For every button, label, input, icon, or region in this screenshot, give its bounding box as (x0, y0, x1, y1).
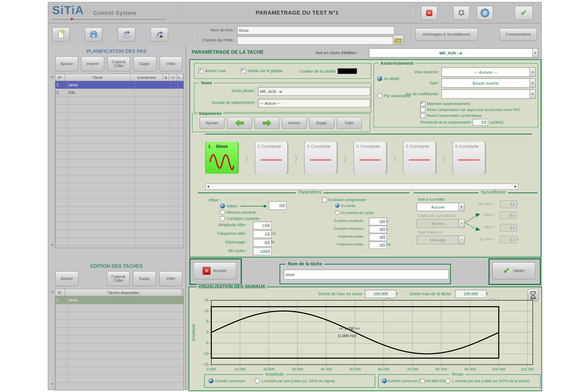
table-row[interactable] (55, 382, 184, 390)
spinner-arrows-icon[interactable]: ▲▼ (266, 241, 270, 244)
table-row[interactable] (55, 359, 184, 367)
offset-mesure-radio[interactable] (220, 210, 225, 215)
sequence-card-constante[interactable]: 0Constante (354, 142, 386, 174)
couleur-courbe-swatch[interactable] (338, 68, 357, 74)
help-button[interactable]: ? (477, 6, 493, 20)
column-header[interactable]: x... (177, 74, 184, 81)
spinner-arrows-icon[interactable]: ▲▼ (512, 202, 516, 206)
save-test-button[interactable] (85, 28, 102, 42)
offset-consigne-radio[interactable] (220, 216, 225, 221)
spinner-arrows-icon[interactable]: ▲▼ (382, 227, 386, 231)
amp-echelle-par-axe-radio[interactable] (255, 378, 260, 384)
spinner-arrows-icon[interactable]: ▲▼ (512, 238, 516, 242)
column-header[interactable]: N° (55, 289, 65, 296)
surv-field-1-field[interactable]: 0▲▼ (500, 211, 517, 219)
table-row[interactable] (55, 222, 184, 230)
seq-next-button[interactable] (254, 117, 280, 129)
evo-field-1-field[interactable]: 0▲▼ (369, 226, 387, 233)
reset-1er-appel-checkbox[interactable] (420, 107, 425, 112)
param-field-2-field[interactable]: 0▲▼ (253, 239, 272, 246)
plan-button-1[interactable]: Insérer (81, 56, 104, 71)
table-row[interactable] (55, 128, 184, 136)
en-nb-cycles-radio[interactable] (335, 210, 340, 215)
table-row[interactable] (55, 191, 184, 199)
spinner-arrows-icon[interactable]: ▲▼ (382, 220, 386, 224)
voie-surveiller-dropdown[interactable]: Aucune ▼ (417, 203, 464, 211)
table-row[interactable] (55, 367, 184, 375)
visible-graphe-checkbox[interactable] (241, 68, 246, 73)
table-row[interactable] (55, 336, 184, 344)
table-row[interactable] (55, 320, 184, 328)
evolution-progressive-checkbox[interactable] (322, 197, 327, 202)
table-row[interactable] (55, 105, 184, 112)
spinner-arrows-icon[interactable]: ▲▼ (382, 235, 386, 239)
new-test-button[interactable] (52, 28, 70, 42)
annuler-button[interactable]: ✕ Annuler (193, 262, 236, 280)
spinner-arrows-icon[interactable]: ▲▼ (266, 232, 270, 236)
table-row[interactable] (55, 312, 184, 320)
seq-prev-button[interactable] (227, 117, 252, 129)
sequence-card-constante[interactable]: 0Constante (304, 142, 337, 174)
nom-test-input[interactable]: Sinus (237, 26, 394, 34)
surv-field-0-field[interactable]: 0▲▼ (500, 200, 517, 208)
nom-tache-input[interactable]: sinus (284, 269, 449, 280)
groupe-rattachement-input[interactable]: --- Aucun --- (258, 99, 370, 108)
sequence-card-constante[interactable]: 0Constante (255, 142, 288, 174)
archivages-button[interactable]: Archivages & Surveillances (415, 28, 478, 41)
column-header[interactable]: N° (55, 74, 65, 81)
alarm-button[interactable] (453, 6, 470, 20)
valider-button[interactable]: ✔ Valider (492, 262, 536, 280)
param-field-1-field[interactable]: 1▲▼ (253, 230, 272, 238)
sequence-card-sinus[interactable]: 1Sinus (206, 142, 238, 174)
axe-edition-dropdown[interactable]: MR_AO8 : w ▼ (369, 48, 538, 58)
maintien-checkbox[interactable] (420, 101, 425, 106)
table-row[interactable] (55, 120, 184, 128)
sequence-card-constante[interactable]: 0Constante (452, 142, 485, 174)
plan-button-4[interactable]: Vider (159, 56, 182, 71)
plan-scroll-down-icon[interactable]: ▼ (51, 244, 54, 246)
seq-suppr-button[interactable]: Suppr. (309, 117, 334, 129)
import-test-button[interactable] (118, 28, 135, 42)
offset-valeur-radio[interactable] (220, 204, 225, 208)
plan-scroll-up-icon[interactable]: ▲ (51, 75, 54, 78)
sequence-card-constante[interactable]: 0Constante (403, 142, 436, 174)
table-row[interactable] (55, 328, 184, 336)
table-row[interactable] (55, 175, 184, 183)
table-row[interactable] (55, 304, 184, 312)
table-row[interactable] (55, 206, 184, 214)
browse-ihm-button[interactable] (393, 35, 404, 45)
critere-dropdown[interactable]: Bornes ▼ (417, 219, 464, 228)
temps-hhmmss-checkbox[interactable] (420, 379, 425, 383)
spinner-arrows-icon[interactable]: ▲▼ (512, 226, 516, 230)
plan-button-2[interactable]: Copier& Coller (108, 56, 130, 71)
duree-max-field[interactable]: 100.000 (455, 290, 486, 298)
scroll-left-icon[interactable]: ◀ (207, 185, 209, 188)
table-row[interactable] (55, 160, 184, 168)
offset-value-field[interactable]: 0▲▼ (268, 201, 286, 210)
seq-vider-button[interactable]: Vider (337, 117, 362, 129)
spinner-arrows-icon[interactable]: ▲▼ (266, 224, 270, 227)
table-row[interactable] (55, 246, 184, 248)
edition-button-1[interactable]: Copier& Coller (107, 271, 130, 286)
table-row[interactable] (55, 112, 184, 120)
edition-scroll-down-icon[interactable]: ▼ (51, 382, 54, 385)
scroll-right-icon[interactable]: ▶ (514, 185, 517, 188)
type-dropdown[interactable]: Boucle ouverte ▼ (442, 78, 536, 88)
voie-asservie-dropdown[interactable]: --- Aucune --- ▼ (442, 68, 536, 77)
table-row[interactable]: 1sinus1 (55, 81, 184, 89)
validate-window-button[interactable]: ✔ (515, 6, 533, 20)
type-alarme-dropdown[interactable]: Message ▼ (417, 236, 464, 244)
periodicite-field[interactable]: 1▲▼ (472, 119, 488, 126)
edition-button-0[interactable]: Ajouter (55, 271, 78, 286)
jeu-coefficients-dropdown[interactable]: ▼ (442, 90, 536, 99)
spinner-arrows-icon[interactable]: ▲▼ (512, 213, 516, 217)
plan-button-0[interactable]: Ajouter (55, 56, 78, 71)
edition-table[interactable]: N°Tâches disponibles1sinus (55, 289, 184, 390)
reset-systematique-checkbox[interactable] (420, 113, 425, 118)
spinner-arrows-icon[interactable]: ▲▼ (282, 204, 286, 207)
spinner-arrows-icon[interactable]: ▲▼ (266, 249, 270, 253)
table-row[interactable] (55, 136, 184, 144)
table-row[interactable] (55, 375, 184, 382)
column-header[interactable]: Tâche (65, 74, 130, 81)
table-row[interactable] (55, 351, 184, 359)
